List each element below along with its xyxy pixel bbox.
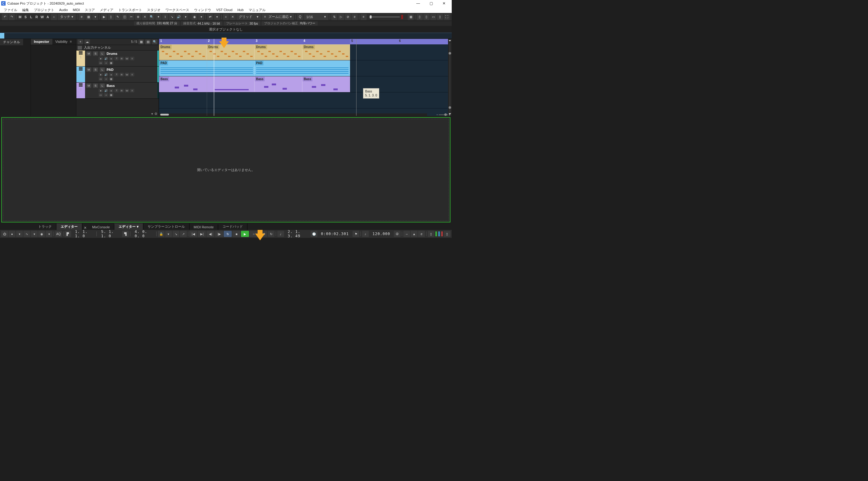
- mute-tool[interactable]: ✕: [142, 14, 148, 20]
- zone-b-toggle[interactable]: ▯: [423, 14, 430, 20]
- go-to-start-button[interactable]: |◀: [189, 231, 197, 237]
- quantize-apply[interactable]: Q: [297, 14, 303, 20]
- zone-e-toggle[interactable]: ⛶: [444, 14, 450, 20]
- listen-button[interactable]: L: [29, 14, 34, 20]
- play-tool[interactable]: 🔊: [176, 14, 182, 20]
- tp-record-mode-button[interactable]: ●: [9, 231, 16, 237]
- time-format-button[interactable]: ♩: [277, 231, 284, 237]
- track-extra-3[interactable]: ▦: [109, 61, 114, 65]
- tab-editor-main[interactable]: エディター ▾: [114, 223, 143, 230]
- part-drums[interactable]: Drums: [254, 44, 302, 60]
- track-write-button[interactable]: W: [125, 73, 129, 77]
- toolbar-icon-4[interactable]: e: [351, 14, 358, 20]
- song-end-marker[interactable]: [356, 39, 356, 116]
- track-extra-3[interactable]: ▦: [109, 93, 114, 97]
- warp-tool[interactable]: ⦀: [162, 14, 168, 20]
- window-close[interactable]: ✕: [438, 0, 451, 7]
- part-bass[interactable]: Bass: [254, 77, 302, 92]
- nudge-icon[interactable]: ⇄: [207, 14, 213, 20]
- arrange-lane-empty[interactable]: [159, 92, 452, 109]
- track-extra-1[interactable]: ▭: [99, 93, 103, 97]
- punch-lock-button[interactable]: 🔒: [158, 231, 164, 237]
- find-track-button[interactable]: 🔍: [152, 39, 157, 44]
- track-menu-button[interactable]: ≡: [130, 73, 134, 77]
- click-button[interactable]: ▲: [411, 231, 417, 237]
- zoom-tool[interactable]: 🔍: [149, 14, 155, 20]
- arrange-lane-drums[interactable]: Drums Drums Drums Drums: [159, 44, 452, 60]
- track-record-button[interactable]: ●: [99, 57, 103, 60]
- track-monitor-button[interactable]: 🔊: [104, 89, 108, 92]
- filter-button[interactable]: ▦: [138, 39, 144, 44]
- track-record-button[interactable]: ●: [99, 89, 103, 92]
- comp-tool[interactable]: ✦: [155, 14, 161, 20]
- tab-midi-remote[interactable]: MIDI Remote: [189, 224, 218, 230]
- menu-audio[interactable]: Audio: [57, 8, 70, 12]
- track-name[interactable]: Bass: [106, 84, 115, 88]
- tp-wave-dropdown[interactable]: ▾: [31, 231, 38, 237]
- erase-tool[interactable]: ◫: [121, 14, 128, 20]
- toolbar-icon-2[interactable]: ▷: [338, 14, 344, 20]
- channel-tab[interactable]: チャンネル: [0, 39, 23, 45]
- automation-mode-selector[interactable]: タッチ ▾: [58, 14, 76, 20]
- marker-button[interactable]: ⚑: [352, 231, 359, 237]
- snap-type-selector[interactable]: グリッド ▾: [236, 14, 261, 20]
- track-read-button[interactable]: R: [120, 89, 124, 92]
- select-tool[interactable]: ▶: [101, 14, 107, 20]
- part-pad[interactable]: PAD: [254, 60, 350, 76]
- solo-all-button[interactable]: S: [23, 14, 28, 20]
- automation-button[interactable]: A: [45, 14, 50, 20]
- zoom-out-button[interactable]: −: [436, 113, 438, 116]
- locator-flag-right[interactable]: ▜: [122, 231, 129, 237]
- playhead[interactable]: [214, 39, 214, 116]
- audio-slider[interactable]: [369, 16, 400, 18]
- quantize-selector[interactable]: 1/16 ▾: [304, 14, 329, 20]
- track-edit-button[interactable]: e: [109, 57, 114, 60]
- tp-midi-dropdown[interactable]: ▾: [45, 231, 52, 237]
- window-maximize[interactable]: ▢: [425, 0, 438, 7]
- tab-sampler[interactable]: サンプラーコントロール: [143, 223, 189, 230]
- track-extra-2[interactable]: ⟐: [104, 61, 108, 65]
- auto-quantize-button[interactable]: AQ: [55, 231, 62, 237]
- rewind-button[interactable]: ◀|: [207, 231, 214, 237]
- left-locator-display[interactable]: 1. 1. 1. 0: [72, 230, 95, 238]
- track-mute-button[interactable]: M: [86, 52, 91, 56]
- retrospective-2-button[interactable]: ↻: [268, 231, 275, 237]
- write-button[interactable]: W: [40, 14, 45, 20]
- menu-media[interactable]: メディア: [97, 8, 116, 12]
- track-menu-button[interactable]: ≡: [130, 89, 134, 92]
- menu-hub[interactable]: Hub: [235, 8, 246, 12]
- in-activity-button[interactable]: ▯: [428, 231, 434, 237]
- locator-flag-left[interactable]: ▛: [64, 231, 71, 237]
- snap-toggle[interactable]: ⌗: [223, 14, 229, 20]
- vzoom-expand-icon[interactable]: [448, 40, 451, 41]
- tab-track[interactable]: トラック: [34, 223, 56, 230]
- track-listen-button[interactable]: L: [100, 67, 105, 72]
- track-extra-1[interactable]: ▭: [99, 61, 103, 65]
- arrange-area[interactable]: 1 2 3 4 5 6 Drums Drums Drums Drums PAD …: [159, 39, 452, 116]
- track-mute-button[interactable]: M: [86, 67, 91, 72]
- toolbar-icon-3[interactable]: ⊘: [345, 14, 351, 20]
- track-extra-2[interactable]: ⟐: [104, 93, 108, 97]
- snap-cross[interactable]: ✕: [229, 14, 236, 20]
- glue-tool[interactable]: ⊕: [135, 14, 141, 20]
- zoom-in-button[interactable]: +: [448, 113, 451, 116]
- track-solo-button[interactable]: S: [93, 52, 98, 56]
- part-drums[interactable]: Drums: [302, 44, 350, 60]
- automode-icon[interactable]: ⟐: [51, 14, 57, 20]
- tp-power-button[interactable]: ⏻: [1, 231, 8, 237]
- part-bass[interactable]: Bass: [302, 77, 350, 92]
- menu-score[interactable]: スコア: [82, 8, 97, 12]
- zone-c-toggle[interactable]: ▭: [430, 14, 436, 20]
- color-dropdown[interactable]: ▾: [198, 14, 204, 20]
- menu-window[interactable]: ウィンドウ: [192, 8, 214, 12]
- track-inserts-button[interactable]: ⦀: [114, 57, 119, 60]
- track-inserts-button[interactable]: ⦀: [114, 73, 119, 77]
- track-record-button[interactable]: ●: [99, 73, 103, 77]
- punch-dropdown[interactable]: ▾: [165, 231, 172, 237]
- arrange-hscroll[interactable]: [159, 113, 427, 116]
- tab-chord-pads[interactable]: コードパッド: [218, 223, 247, 230]
- track-listen-button[interactable]: L: [100, 84, 105, 88]
- secondary-time-display[interactable]: 0:00:02.301: [318, 232, 352, 236]
- precount-button[interactable]: e: [418, 231, 425, 237]
- track-monitor-button[interactable]: 🔊: [104, 73, 108, 77]
